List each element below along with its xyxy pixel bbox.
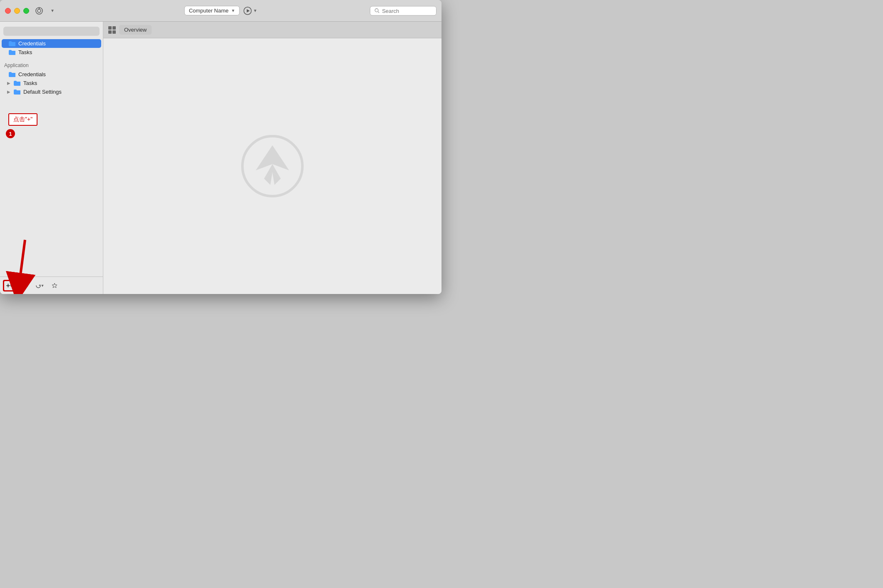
- folder-icon-defaults: [13, 89, 21, 95]
- svg-point-4: [375, 9, 378, 12]
- sidebar-item-label: Credentials: [18, 40, 46, 47]
- tab-overview-label: Overview: [124, 27, 147, 33]
- main-content: Overview: [103, 22, 442, 294]
- svg-point-6: [22, 284, 25, 287]
- titlebar-center: Computer Name ▼ ▼: [184, 6, 257, 15]
- sidebar-default-settings-label: Default Settings: [23, 89, 62, 95]
- svg-point-1: [37, 9, 41, 12]
- folder-icon-tasks: [8, 50, 16, 55]
- dropdown-chevron-icon: ▼: [231, 8, 235, 13]
- search-box[interactable]: [370, 6, 437, 15]
- sidebar-bottom-toolbar: + ▼ ▼ ▼: [0, 277, 103, 294]
- sidebar-item-label-tasks: Tasks: [18, 49, 32, 55]
- close-button[interactable]: [5, 8, 11, 14]
- folder-icon-tasks2: [13, 80, 21, 86]
- svg-marker-7: [39, 284, 40, 286]
- computer-name-dropdown[interactable]: Computer Name ▼: [184, 6, 239, 15]
- annotation-number: 1: [6, 129, 15, 138]
- sidebar: Credentials Tasks Application Credential…: [0, 22, 103, 294]
- sidebar-top: Credentials Tasks: [0, 22, 103, 58]
- search-input[interactable]: [382, 7, 432, 14]
- tab-bar: Overview: [103, 22, 442, 38]
- sidebar-section-application: Application: [0, 58, 103, 70]
- sidebar-item-credentials[interactable]: Credentials: [2, 70, 101, 79]
- minimize-button[interactable]: [14, 8, 20, 14]
- sync-chevron-icon: ▼: [41, 284, 45, 288]
- play-chevron-icon: ▼: [253, 8, 257, 13]
- content-area: Credentials Tasks Application Credential…: [0, 22, 442, 294]
- folder-icon: [8, 41, 16, 47]
- add-button[interactable]: + ▼: [3, 280, 16, 291]
- computer-name-label: Computer Name: [189, 7, 228, 14]
- sidebar-item-tasks[interactable]: ▶ Tasks: [2, 79, 101, 87]
- toolbar-icon-group: ▼: [33, 5, 58, 17]
- star-icon: [51, 282, 58, 289]
- sidebar-item-default-settings[interactable]: ▶ Default Settings: [2, 87, 101, 96]
- titlebar: ▼ Computer Name ▼ ▼: [0, 0, 442, 22]
- app-logo: [239, 133, 306, 199]
- traffic-lights: [5, 8, 29, 14]
- svg-line-5: [378, 12, 379, 13]
- sidebar-tasks-label: Tasks: [23, 80, 37, 86]
- gear-chevron-icon: ▼: [26, 284, 30, 288]
- main-body: [103, 38, 442, 294]
- sync-button[interactable]: ▼: [33, 280, 46, 291]
- sidebar-credentials-label: Credentials: [18, 71, 46, 77]
- sidebar-item-tasks-top[interactable]: Tasks: [2, 48, 101, 57]
- collapse-arrow-icon-ds: ▶: [6, 89, 12, 95]
- play-button-group[interactable]: ▼: [243, 6, 257, 15]
- grid-icon: [108, 26, 116, 34]
- add-button-highlight: [3, 280, 16, 292]
- tab-overview[interactable]: Overview: [119, 25, 152, 35]
- collapse-arrow-icon: ▶: [6, 80, 12, 86]
- play-icon: [243, 6, 252, 15]
- gear-button[interactable]: ▼: [18, 280, 31, 291]
- folder-icon-cred: [8, 72, 16, 77]
- sidebar-item-credentials-top[interactable]: Credentials: [2, 39, 101, 48]
- sidebar-search-bar[interactable]: [3, 27, 100, 36]
- annotation-tooltip: 点击"+": [8, 113, 37, 126]
- target-icon[interactable]: [33, 5, 45, 17]
- svg-marker-3: [247, 9, 250, 12]
- chevron-down-icon[interactable]: ▼: [47, 5, 58, 17]
- maximize-button[interactable]: [23, 8, 29, 14]
- search-icon: [374, 8, 379, 14]
- star-button[interactable]: [48, 280, 61, 291]
